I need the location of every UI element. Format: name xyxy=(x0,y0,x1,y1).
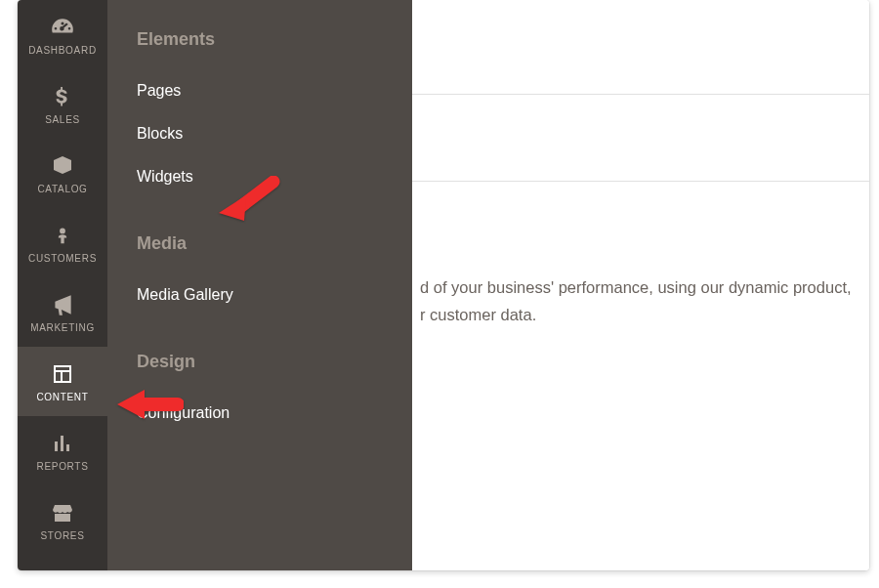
nav-item-catalog[interactable]: CATALOG xyxy=(18,139,107,208)
submenu-link-media-gallery[interactable]: Media Gallery xyxy=(137,273,383,316)
section-title-media: Media xyxy=(137,233,383,254)
box-icon xyxy=(49,152,76,180)
nav-label: CATALOG xyxy=(37,184,87,194)
megaphone-icon xyxy=(49,291,76,318)
nav-label: CUSTOMERS xyxy=(28,253,97,264)
nav-label: DASHBOARD xyxy=(28,45,97,56)
nav-label: CONTENT xyxy=(36,392,88,402)
nav-item-content[interactable]: CONTENT xyxy=(18,347,107,416)
divider xyxy=(412,181,869,182)
storefront-icon xyxy=(49,499,76,526)
submenu-link-widgets[interactable]: Widgets xyxy=(137,155,383,198)
nav-item-sales[interactable]: SALES xyxy=(18,69,107,139)
nav-item-customers[interactable]: CUSTOMERS xyxy=(18,208,107,277)
submenu-link-blocks[interactable]: Blocks xyxy=(137,112,383,155)
intro-text: d of your business' performance, using o… xyxy=(420,273,869,328)
dollar-icon xyxy=(49,83,76,110)
nav-label: REPORTS xyxy=(36,461,88,472)
gauge-icon xyxy=(49,14,76,41)
intro-line1: d of your business' performance, using o… xyxy=(420,278,852,296)
section-title-elements: Elements xyxy=(137,29,383,50)
nav-item-stores[interactable]: STORES xyxy=(18,485,107,555)
submenu-link-pages[interactable]: Pages xyxy=(137,69,383,112)
person-icon xyxy=(49,222,76,249)
section-title-design: Design xyxy=(137,352,383,372)
layout-icon xyxy=(49,360,76,388)
bar-chart-icon xyxy=(49,430,76,457)
nav-item-reports[interactable]: REPORTS xyxy=(18,416,107,485)
nav-label: STORES xyxy=(40,530,84,541)
submenu-link-configuration[interactable]: Configuration xyxy=(137,392,383,435)
nav-item-dashboard[interactable]: DASHBOARD xyxy=(18,0,107,69)
intro-line2: r customer data. xyxy=(420,306,536,323)
content-submenu: Elements Pages Blocks Widgets Media Medi… xyxy=(107,0,412,570)
nav-label: SALES xyxy=(45,114,80,125)
primary-nav-rail: DASHBOARD SALES CATALOG CUSTOMERS MARKET xyxy=(18,0,107,570)
nav-label: MARKETING xyxy=(30,322,95,333)
main-content: d of your business' performance, using o… xyxy=(412,0,869,570)
divider xyxy=(412,94,869,95)
admin-window: DASHBOARD SALES CATALOG CUSTOMERS MARKET xyxy=(18,0,869,570)
nav-item-marketing[interactable]: MARKETING xyxy=(18,277,107,347)
